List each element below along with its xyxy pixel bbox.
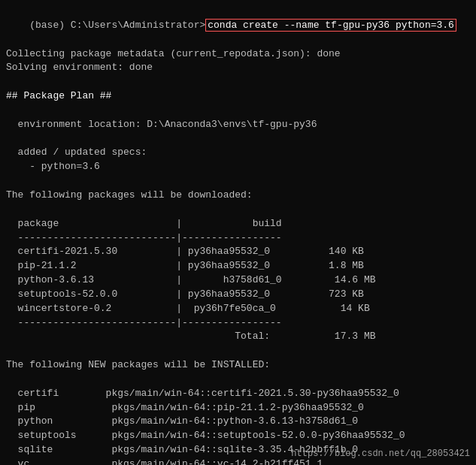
blank1 (6, 75, 470, 89)
table-row-5: wincertstore-0.2 | py36h7fe50ca_0 14 KB (6, 302, 470, 316)
blank3 (6, 132, 470, 146)
package-plan-header: ## Package Plan ## (6, 89, 470, 104)
new-packages-header: The following NEW packages will be INSTA… (6, 358, 470, 373)
specs-value: - python=3.6 (6, 160, 470, 174)
command-line: (base) C:\Users\Administrator>conda crea… (6, 5, 470, 47)
table-header: package | build (6, 217, 470, 231)
watermark: https://blog.csdn.net/qq_28053421 (291, 448, 470, 459)
table-divider1: ---------------------------|------------… (6, 231, 470, 246)
table-row-4: setuptools-52.0.0 | py36haa95532_0 723 K… (6, 288, 470, 302)
terminal-window: (base) C:\Users\Administrator>conda crea… (0, 0, 476, 465)
output-line1: Collecting package metadata (current_rep… (6, 47, 470, 62)
table-row-1: certifi-2021.5.30 | py36haa95532_0 140 K… (6, 245, 470, 259)
prompt: (base) C:\Users\Administrator> (29, 20, 205, 31)
env-location: environment location: D:\Anaconda3\envs\… (6, 118, 470, 132)
installed-pkg-2: pip pkgs/main/win-64::pip-21.1.2-py36haa… (6, 401, 470, 415)
table-total: Total: 17.3 MB (6, 330, 470, 344)
download-header: The following packages will be downloade… (6, 189, 470, 203)
blank7 (6, 373, 470, 387)
command-box: conda create --name tf-gpu-py36 python=3… (205, 19, 456, 32)
table-row-2: pip-21.1.2 | py36haa95532_0 1.8 MB (6, 259, 470, 273)
blank5 (6, 203, 470, 217)
specs-label: added / updated specs: (6, 146, 470, 160)
installed-pkg-1: certifi pkgs/main/win-64::certifi-2021.5… (6, 387, 470, 401)
table-row-3: python-3.6.13 | h3758d61_0 14.6 MB (6, 273, 470, 288)
blank4 (6, 174, 470, 189)
blank6 (6, 344, 470, 358)
table-divider2: ---------------------------|------------… (6, 316, 470, 331)
blank2 (6, 104, 470, 118)
installed-pkg-4: setuptools pkgs/main/win-64::setuptools-… (6, 429, 470, 443)
output-line2: Solving environment: done (6, 61, 470, 75)
installed-pkg-3: python pkgs/main/win-64::python-3.6.13-h… (6, 415, 470, 429)
